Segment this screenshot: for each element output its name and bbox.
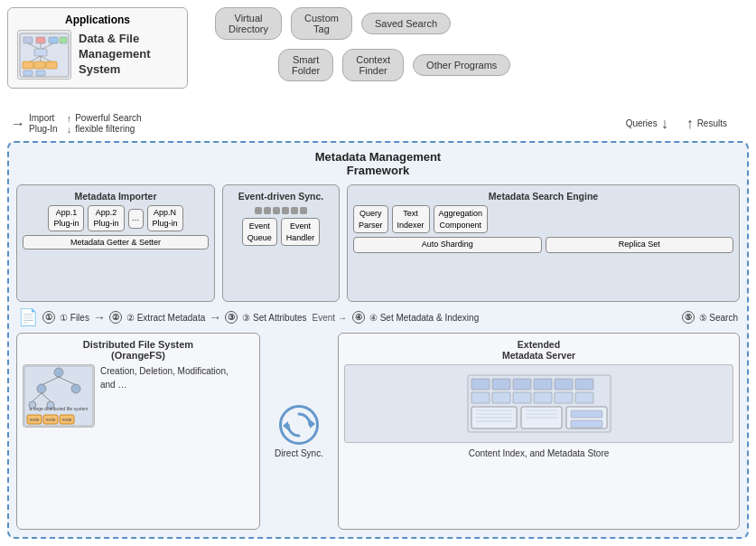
svg-rect-59 [571,410,602,418]
text-indexer: TextIndexer [392,205,430,233]
arrows-row: → ImportPlug-In ↑ ↓ Powerful Searchflexi… [7,110,749,137]
queries-arrow: Queries ↓ [626,116,668,132]
circle-2: ② [109,311,122,324]
results-label: Results [697,118,727,129]
dot4 [282,207,289,214]
search-filter-label: Powerful Searchflexible filtering [75,113,141,135]
dot6 [300,207,307,214]
arrow-search: ⑤ ⑤ Search [682,311,738,324]
svg-rect-15 [23,71,33,76]
svg-rect-45 [513,392,531,403]
meta-getter-box: Metadata Getter & Setter [23,235,209,249]
svg-rect-3 [49,37,58,43]
right-buttons: VirtualDirectory CustomTag Saved Search … [197,7,749,81]
event-handler: EventHandler [281,218,321,246]
meta-importer-title: Metadata Importer [23,191,209,202]
arrow-extract: ② ② Extract Metadata [109,311,205,324]
svg-text:node: node [29,417,39,422]
buttons-row2: SmartFolder ContextFinder Other Programs [215,49,749,81]
import-plugin-arrow: → ImportPlug-In [11,113,58,135]
btn-saved-search[interactable]: Saved Search [361,13,451,34]
svg-rect-14 [46,61,57,69]
set-attr-label: ③ Set Attributes [242,313,306,323]
circle-3: ③ [225,311,238,324]
app-name: Data & File Management System [79,32,178,78]
app-box-inner: Data & File Management System [17,30,178,80]
queries-label: Queries [626,118,658,129]
arrow-set-meta: ④ ④ Set Metadata & Indexing [352,311,479,324]
svg-rect-46 [534,392,552,403]
extract-label: ② Extract Metadata [126,313,205,323]
svg-text:a large distributed file syste: a large distributed file system [30,406,89,411]
search-bottom-row: Auto Sharding Replica Set [353,237,733,253]
circle-1: ① [42,311,55,324]
files-label: ① Files [60,313,89,323]
btn-virtual-directory[interactable]: VirtualDirectory [215,7,282,40]
framework-title-text: Metadata Management Framework [315,150,441,177]
top-section: Applications [7,7,749,107]
both-arrow-icon: ↑ ↓ [67,113,72,135]
main-container: Applications [0,0,756,546]
search-filter-arrow: ↑ ↓ Powerful Searchflexible filtering [67,113,142,135]
svg-rect-37 [471,379,490,390]
applications-box: Applications [7,7,188,89]
app-diagram-svg [18,32,70,79]
event-sync-title: Event-driven Sync. [229,191,333,202]
arrow-up-icon: ↑ [686,116,694,132]
event-queue: EventQueue [242,218,277,246]
circle-5: ⑤ [682,311,695,324]
plugins-row: App.1Plug-in App.2Plug-in … App.NPlug-in [23,205,209,231]
arrow-right-icon: → [11,116,25,132]
dfs-diagram-svg: node node node a large distributed file … [23,365,94,427]
arrow-files: 📄 ① ① Files [18,307,89,327]
svg-rect-1 [23,37,33,43]
app-diagram [17,30,71,80]
applications-title: Applications [65,14,130,26]
search-engine: Metadata Search Engine QueryParser TextI… [347,184,740,302]
meta-server: Extended Metadata Server [338,333,740,530]
dfs-description: Creation, Deletion, Modification, and … [100,364,254,428]
svg-marker-34 [310,419,315,428]
arrow-set-attr: ③ ③ Set Attributes [225,311,306,324]
dot2 [264,207,271,214]
plugin-app2: App.2Plug-in [88,205,124,231]
aggregation-component: AggregationComponent [434,205,489,233]
svg-marker-35 [283,421,288,430]
svg-rect-60 [571,420,602,428]
meta-server-diagram [344,364,733,443]
svg-rect-38 [492,379,510,390]
svg-rect-4 [60,37,67,43]
search-label: ⑤ Search [699,313,738,323]
svg-point-22 [71,384,80,393]
svg-point-21 [37,384,46,393]
btn-other-programs[interactable]: Other Programs [413,54,510,76]
meta-server-desc-text: Content Index, and Metadata Store [469,448,610,458]
dfs-diagram: node node node a large distributed file … [23,364,95,428]
plugin-appN: App.NPlug-in [147,205,183,231]
btn-context-finder[interactable]: ContextFinder [342,49,404,81]
btn-smart-folder[interactable]: SmartFolder [278,49,333,81]
svg-point-18 [54,368,63,377]
svg-text:node: node [61,417,71,422]
event-dots [229,207,333,214]
spacer-event: Event → [313,313,347,323]
dot3 [273,207,280,214]
spacer-arrow1: → [93,310,106,325]
svg-rect-39 [513,379,531,390]
bottom-arrows-row: 📄 ① ① Files → ② ② Extract Metadata → ③ ③… [16,307,740,327]
dfs-title-text: Distributed File System (OrangeFS) [83,339,193,361]
set-meta-label: ④ Set Metadata & Indexing [369,313,479,323]
meta-server-title-text: Extended Metadata Server [502,339,575,361]
framework-top-row: Metadata Importer App.1Plug-in App.2Plug… [16,184,740,302]
btn-custom-tag[interactable]: CustomTag [291,7,352,40]
dfs-inner: node node node a large distributed file … [23,364,254,428]
dot5 [291,207,298,214]
svg-rect-8 [34,49,47,56]
dfs-box: Distributed File System (OrangeFS) [16,333,260,530]
file-icon: 📄 [18,307,38,327]
dfs-desc-text: Creation, Deletion, Modification, and … [100,366,229,390]
meta-server-desc: Content Index, and Metadata Store [344,447,733,523]
svg-rect-42 [575,379,593,390]
replica-set: Replica Set [546,237,734,253]
meta-server-title: Extended Metadata Server [344,339,733,361]
